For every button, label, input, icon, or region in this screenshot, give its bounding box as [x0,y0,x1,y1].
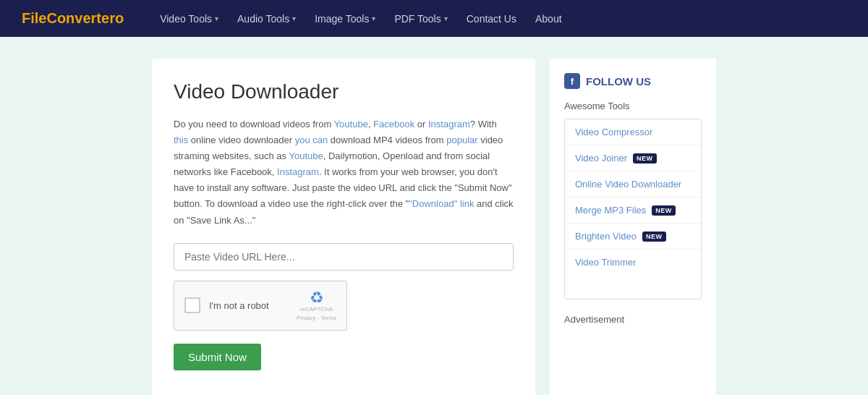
nav-menu: Video Tools▾Audio Tools▾Image Tools▾PDF … [153,9,569,29]
awesome-tools-title: Awesome Tools [564,101,702,111]
list-item[interactable]: Video Trimmer [565,250,701,275]
list-item[interactable]: Merge MP3 FilesNEW [565,198,701,224]
sidebar: f FOLLOW US Awesome Tools Video Compress… [550,59,716,395]
brand-highlight: o [115,10,124,26]
this-link[interactable]: this [174,135,188,145]
nav-link-image-tools[interactable]: Image Tools▾ [307,9,383,29]
dropdown-arrow-icon: ▾ [444,14,448,22]
page-description: Do you need to download videos from Yout… [174,116,514,229]
facebook-icon: f [564,73,580,89]
popular-link[interactable]: popular [446,135,477,145]
new-badge: NEW [652,205,676,216]
follow-us-label: FOLLOW US [586,75,651,88]
main-content: Video Downloader Do you need to download… [152,59,535,395]
page-title: Video Downloader [174,80,514,103]
url-input[interactable] [174,243,514,271]
tools-list: Video CompressorVideo JoinerNEWOnline Vi… [564,119,702,300]
site-brand[interactable]: FileConvertero [22,10,124,27]
nav-link-audio-tools[interactable]: Audio Tools▾ [230,9,303,29]
page-wrapper: Video Downloader Do you need to download… [0,37,868,395]
dropdown-arrow-icon: ▾ [292,14,296,22]
nav-link-contact-us[interactable]: Contact Us [459,9,524,29]
follow-us-section: f FOLLOW US [564,73,702,89]
dropdown-arrow-icon: ▾ [372,14,375,22]
nav-link-about[interactable]: About [528,9,569,29]
recaptcha-label: I'm not a robot [209,300,289,311]
tool-link[interactable]: Video Compressor [575,127,652,137]
navbar: FileConvertero Video Tools▾Audio Tools▾I… [0,0,868,37]
instagram2-link[interactable]: Instagram [277,166,319,177]
download-link[interactable]: "Download" link [409,198,474,209]
recaptcha-widget: I'm not a robot ♻ reCAPTCHA Privacy - Te… [174,281,347,331]
brand-name-text: FileConverter [22,10,115,26]
dropdown-arrow-icon: ▾ [215,14,218,22]
nav-link-video-tools[interactable]: Video Tools▾ [153,9,226,29]
advertisement-label: Advertisement [564,314,702,325]
tool-link[interactable]: Video Joiner [575,153,627,163]
recaptcha-checkbox[interactable] [184,297,200,313]
tool-link[interactable]: Video Trimmer [575,257,636,268]
list-item[interactable]: Video JoinerNEW [565,145,701,171]
youtube2-link[interactable]: Youtube [289,150,323,161]
facebook-link[interactable]: Facebook [373,119,414,129]
new-badge: NEW [633,153,657,163]
list-item[interactable]: Online Video Downloader [565,171,701,198]
new-badge: NEW [642,232,666,242]
recaptcha-icon: ♻ [310,290,324,306]
tool-link[interactable]: Online Video Downloader [575,179,681,190]
list-item[interactable]: Brighten VideoNEW [565,224,701,250]
you-can-link[interactable]: you can [295,135,328,145]
submit-button[interactable]: Submit Now [174,344,261,370]
recaptcha-logo: ♻ reCAPTCHA Privacy - Terms [297,290,336,321]
nav-link-pdf-tools[interactable]: PDF Tools▾ [387,9,454,29]
instagram-link[interactable]: Instagram [428,119,470,129]
list-item[interactable]: Video Compressor [565,119,701,145]
tool-link[interactable]: Merge MP3 Files [575,205,646,216]
recaptcha-privacy: Privacy - Terms [297,315,336,321]
recaptcha-brand: reCAPTCHA [300,306,333,313]
youtube-link[interactable]: Youtube [334,119,368,129]
tool-link[interactable]: Brighten Video [575,231,637,242]
